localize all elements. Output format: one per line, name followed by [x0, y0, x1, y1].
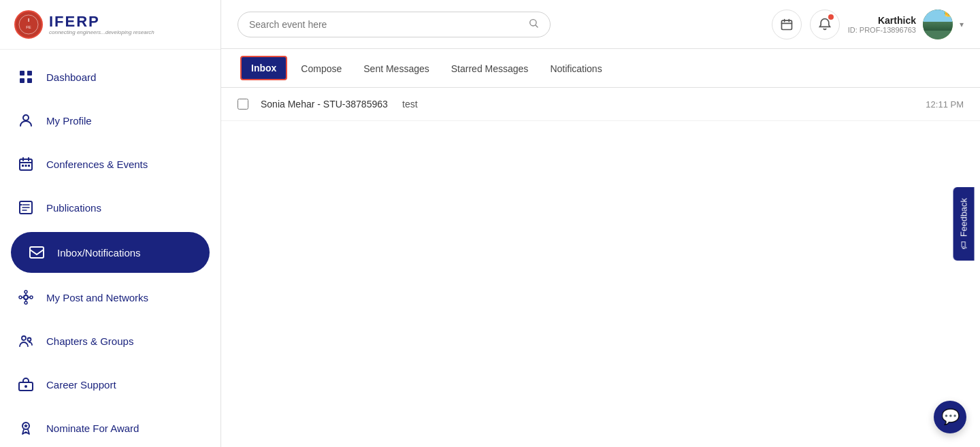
logo-tagline: connecting engineers...developing resear…: [49, 29, 154, 35]
sidebar-item-conferences[interactable]: Conferences & Events: [0, 142, 220, 186]
notifications-button[interactable]: [810, 10, 840, 39]
table-row[interactable]: Sonia Mehar - STU-38785963 test 12:11 PM: [221, 88, 980, 121]
iferp-logo-icon: I FE: [12, 10, 45, 39]
sidebar-item-label: My Profile: [46, 115, 92, 127]
sidebar-item-label: Career Support: [46, 379, 116, 391]
sidebar-item-label: Chapters & Groups: [46, 335, 133, 347]
chat-bubble-button[interactable]: 💬: [934, 401, 966, 433]
svg-rect-12: [28, 165, 30, 167]
sidebar-item-inbox[interactable]: Inbox/Notifications: [11, 232, 210, 273]
career-icon: [16, 375, 35, 394]
tab-notifications[interactable]: Notifications: [539, 51, 612, 86]
calendar-icon: [780, 18, 794, 31]
chapters-icon: [16, 331, 35, 350]
award-icon: [16, 418, 35, 437]
message-subject: test: [402, 99, 926, 110]
sidebar-item-label: Conferences & Events: [46, 159, 148, 170]
tab-starred-messages[interactable]: Starred Messages: [440, 51, 540, 86]
tab-compose[interactable]: Compose: [290, 51, 353, 86]
message-sender: Sonia Mehar - STU-38785963: [261, 99, 397, 110]
tab-inbox[interactable]: Inbox: [240, 56, 287, 80]
feedback-icon: 🏷: [958, 241, 968, 250]
crown-icon: 👑: [943, 10, 953, 17]
message-time: 12:11 PM: [926, 99, 964, 110]
search-bar[interactable]: [238, 12, 551, 37]
bell-icon: [818, 18, 832, 31]
user-id: ID: PROF-13896763: [848, 26, 916, 34]
sidebar-item-career[interactable]: Career Support: [0, 363, 220, 406]
header-actions: Karthick ID: PROF-13896763 👑 ▾: [772, 10, 964, 39]
svg-rect-6: [20, 78, 24, 83]
user-profile[interactable]: Karthick ID: PROF-13896763 👑 ▾: [848, 10, 964, 39]
svg-point-18: [30, 296, 33, 299]
profile-icon: [16, 111, 35, 130]
message-list: Sonia Mehar - STU-38785963 test 12:11 PM: [221, 88, 980, 121]
sidebar-item-label: Dashboard: [46, 71, 96, 83]
conferences-icon: [16, 154, 35, 173]
logo-brand-name: IFERP: [49, 14, 154, 29]
logo-wrap: I FE IFERP connecting engineers...develo…: [12, 10, 154, 39]
svg-rect-14: [20, 204, 22, 205]
chevron-down-icon: ▾: [960, 20, 964, 29]
feedback-button[interactable]: 🏷 Feedback: [953, 186, 974, 260]
sidebar-item-dashboard[interactable]: Dashboard: [0, 55, 220, 99]
svg-point-19: [24, 291, 27, 293]
logo-text: IFERP connecting engineers...developing …: [49, 14, 154, 35]
chat-icon: 💬: [941, 408, 960, 426]
svg-point-22: [28, 338, 31, 342]
dashboard-icon: [16, 67, 35, 86]
svg-point-20: [24, 301, 27, 304]
inbox-icon: [27, 243, 46, 262]
avatar: 👑: [923, 10, 953, 39]
svg-rect-10: [22, 165, 24, 167]
notification-badge: [828, 14, 834, 20]
calendar-button[interactable]: [772, 10, 802, 39]
feedback-label: Feedback: [958, 197, 968, 236]
sidebar-nav: Dashboard My Profile: [0, 50, 220, 447]
main-content: Karthick ID: PROF-13896763 👑 ▾ Inbox Com…: [221, 0, 980, 447]
user-details: Karthick ID: PROF-13896763: [848, 15, 916, 34]
svg-point-16: [24, 295, 28, 299]
sidebar-item-networks[interactable]: My Post and Networks: [0, 276, 220, 319]
sidebar-item-chapters[interactable]: Chapters & Groups: [0, 319, 220, 363]
sidebar-item-label: Inbox/Notifications: [57, 247, 141, 259]
svg-point-8: [23, 115, 29, 120]
svg-point-24: [24, 385, 27, 388]
svg-text:FE: FE: [26, 25, 31, 29]
svg-rect-7: [27, 78, 32, 83]
header: Karthick ID: PROF-13896763 👑 ▾: [221, 0, 980, 49]
publications-icon: [16, 198, 35, 217]
tab-sent-messages[interactable]: Sent Messages: [353, 51, 440, 86]
sidebar-item-label: Nominate For Award: [46, 423, 139, 434]
svg-rect-15: [30, 247, 44, 258]
svg-rect-11: [25, 165, 27, 167]
svg-rect-4: [20, 71, 24, 76]
sidebar-item-publications[interactable]: Publications: [0, 186, 220, 229]
sidebar-logo: I FE IFERP connecting engineers...develo…: [0, 0, 220, 50]
inbox-panel: Inbox Compose Sent Messages Starred Mess…: [221, 49, 980, 447]
svg-rect-27: [781, 20, 791, 29]
sidebar-item-label: My Post and Networks: [46, 292, 148, 303]
networks-icon: [16, 288, 35, 307]
svg-point-21: [22, 336, 26, 340]
message-checkbox[interactable]: [238, 99, 248, 110]
content-area: Inbox Compose Sent Messages Starred Mess…: [221, 49, 980, 447]
search-icon: [528, 18, 539, 31]
svg-rect-5: [27, 71, 32, 76]
user-name: Karthick: [848, 15, 916, 26]
svg-text:I: I: [28, 17, 29, 23]
search-input[interactable]: [249, 19, 523, 30]
svg-point-17: [19, 296, 22, 299]
sidebar-item-label: Publications: [46, 202, 101, 214]
sidebar-item-nominate[interactable]: Nominate For Award: [0, 406, 220, 447]
tabs-bar: Inbox Compose Sent Messages Starred Mess…: [221, 49, 980, 88]
sidebar-item-my-profile[interactable]: My Profile: [0, 99, 220, 142]
sidebar: I FE IFERP connecting engineers...develo…: [0, 0, 221, 447]
